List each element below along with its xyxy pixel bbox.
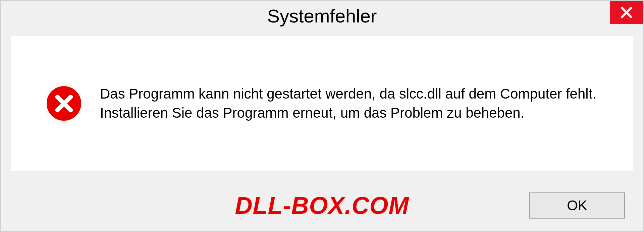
error-message: Das Programm kann nicht gestartet werden… <box>100 84 613 122</box>
watermark-text: DLL-BOX.COM <box>235 192 409 219</box>
error-icon-wrap <box>45 84 83 123</box>
error-icon <box>45 84 83 123</box>
dialog-title: Systemfehler <box>267 5 377 27</box>
content-panel: Das Programm kann nicht gestartet werden… <box>11 36 633 171</box>
ok-button[interactable]: OK <box>529 192 625 219</box>
close-icon <box>620 6 633 19</box>
close-button[interactable] <box>610 1 643 24</box>
error-dialog: Systemfehler Das Programm kann nicht ges… <box>0 0 644 232</box>
titlebar: Systemfehler <box>1 1 643 31</box>
dialog-footer: DLL-BOX.COM OK <box>1 179 643 231</box>
